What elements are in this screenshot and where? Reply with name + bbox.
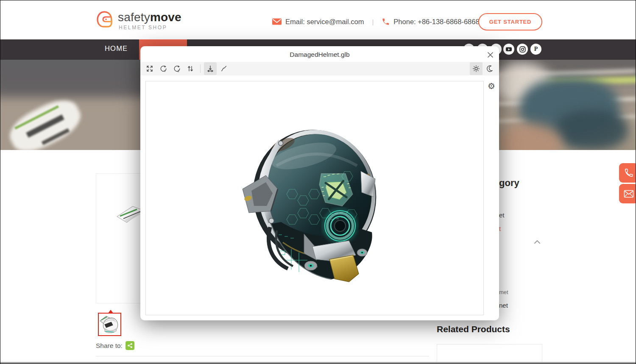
mail-outline-icon	[624, 190, 634, 198]
viewer-toolbar: Y Z	[140, 62, 499, 75]
pan-icon[interactable]	[204, 62, 217, 75]
phone-outline-icon	[624, 168, 633, 178]
section-divider	[96, 356, 429, 356]
model-canvas[interactable]	[145, 81, 484, 315]
brand-helmet-icon	[95, 9, 115, 30]
product-thumbnail-selected[interactable]	[98, 313, 121, 336]
category-item-active-fragment[interactable]: t	[499, 225, 501, 232]
theme-switcher	[469, 62, 497, 75]
rotate-y-icon[interactable]: Y	[157, 62, 170, 75]
category-item-fragment[interactable]: et	[499, 211, 505, 219]
thumbnail-helmet-image	[99, 314, 120, 334]
related-product-card[interactable]	[437, 344, 542, 364]
related-products-heading: Related Products	[437, 324, 510, 334]
rotate-z-icon[interactable]: Z	[170, 62, 183, 75]
share-label: Share to:	[96, 342, 123, 350]
brand-tagline: HELMET SHOP	[119, 25, 167, 31]
model-viewer-modal: DamagedHelmet.glb Y	[140, 46, 499, 320]
header-phone: Phone: +86-138-6868-6868	[393, 18, 479, 26]
draw-line-icon[interactable]	[218, 62, 230, 75]
category-item-fragment[interactable]: net	[499, 302, 508, 309]
vertical-move-icon[interactable]	[184, 62, 197, 75]
browser-page: safetymove HELMET SHOP Email: service@ma…	[0, 0, 636, 364]
toolbar-divider	[200, 64, 201, 73]
brand-wordmark: safetymove	[118, 11, 181, 24]
settings-gear-icon[interactable]: ⚙	[488, 82, 495, 90]
chevron-up-icon[interactable]	[534, 240, 541, 244]
floating-phone-button[interactable]	[619, 163, 636, 183]
share-row: Share to:	[96, 341, 134, 350]
close-icon[interactable]	[485, 50, 495, 60]
bottom-strip	[0, 362, 636, 364]
get-started-button[interactable]: GET STARTED	[478, 13, 542, 31]
share-icon	[127, 342, 133, 349]
modal-title: DamagedHelmet.glb	[140, 51, 499, 58]
svg-text:Z: Z	[177, 69, 179, 73]
category-item-fragment[interactable]: met	[499, 289, 508, 295]
header-contact: Email: service@mail.com | Phone: +86-138…	[272, 16, 480, 28]
brand-second: move	[150, 11, 181, 24]
thumbnail-caret	[108, 310, 113, 313]
nav-item-home[interactable]: HOME	[105, 44, 128, 53]
contact-separator: |	[372, 18, 374, 25]
light-mode-icon[interactable]	[470, 62, 483, 75]
category-heading-fragment: gory	[499, 178, 519, 189]
dark-mode-icon[interactable]	[483, 62, 496, 75]
instagram-icon[interactable]	[517, 44, 528, 55]
damaged-helmet-model	[240, 125, 385, 291]
email-icon	[272, 18, 282, 25]
youtube-icon[interactable]	[503, 44, 514, 55]
svg-text:Y: Y	[164, 69, 166, 73]
floating-mail-button[interactable]	[619, 184, 636, 203]
phone-icon	[382, 18, 390, 26]
brand-first: safety	[118, 11, 150, 24]
pinterest-icon[interactable]: P	[530, 44, 541, 55]
site-header: safetymove HELMET SHOP Email: service@ma…	[0, 0, 636, 39]
share-button[interactable]	[126, 341, 134, 350]
fullscreen-icon[interactable]	[143, 62, 156, 75]
header-email: Email: service@mail.com	[285, 18, 364, 26]
